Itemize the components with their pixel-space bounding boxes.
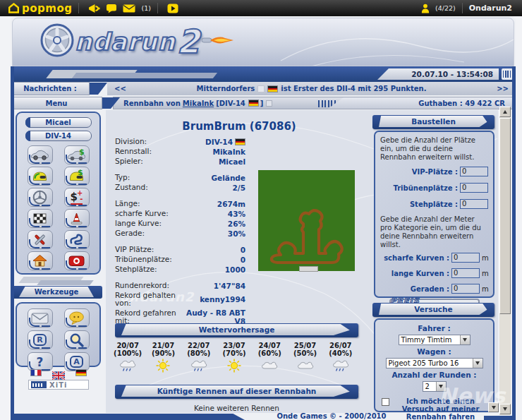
play-button-icon[interactable]: [167, 4, 178, 13]
weather-title: Wettervorhersage: [199, 325, 275, 334]
dropdown-arrow-icon[interactable]: [460, 335, 470, 344]
detail-row: Länge:2674m: [115, 199, 245, 208]
weather-day: 26/07 (40%): [323, 342, 358, 374]
mail-icon[interactable]: [123, 4, 135, 13]
menu-tab[interactable]: Menu: [11, 97, 102, 109]
fahrer-select[interactable]: Timmy Timtim: [399, 335, 471, 345]
reglement-button[interactable]: R: [28, 330, 53, 349]
field-row: Geraden :0m: [380, 284, 488, 294]
footer-bar: [11, 414, 245, 420]
workshop-button[interactable]: [28, 230, 53, 249]
buy-car-button[interactable]: $: [64, 145, 90, 164]
photos-button[interactable]: [64, 251, 90, 270]
site-header: ndarun 2: [12, 18, 514, 66]
sun-icon: [217, 359, 252, 374]
search-button[interactable]: [64, 330, 90, 349]
logo-two: 2: [177, 23, 200, 61]
popmog-home-icon[interactable]: [8, 3, 19, 13]
no-races-message: Keine weiteren Rennen: [115, 404, 358, 412]
top-toolbar: popmog (1) (4/22) Ondarun2: [0, 0, 522, 16]
profile-button[interactable]: Micael: [25, 117, 92, 128]
wagen-select[interactable]: Pigeot 205 Turbo 16: [386, 358, 483, 368]
future-races-header: Künftige Rennen auf dieser Rennbahn: [115, 385, 358, 399]
detail-value: DIV-14: [205, 138, 233, 146]
ticks-decoration: [502, 68, 513, 80]
weather-day: 20/07 (100%): [110, 342, 145, 374]
page-title: BrumBrum (67086): [115, 120, 363, 133]
tools-icon: [32, 232, 47, 247]
setup-button[interactable]: [28, 188, 53, 207]
ticker-prev-button[interactable]: <<: [107, 85, 133, 92]
about-button[interactable]: A: [64, 352, 90, 371]
track-info-icon[interactable]: [266, 100, 272, 107]
cloud-icon: [252, 359, 287, 374]
help-icon: ?: [37, 355, 44, 369]
app-name[interactable]: Ondarun2: [469, 4, 512, 13]
menu-tab-label: Menu: [46, 100, 68, 107]
xiti-badge[interactable]: XiTi: [28, 380, 89, 390]
detail-row: lange Kurve:26%: [115, 219, 245, 228]
buy-car-icon: $: [67, 148, 86, 162]
rain-icon: [110, 359, 145, 374]
mail-tool-button[interactable]: [28, 308, 53, 328]
steering-wheel-icon: [32, 190, 47, 205]
detail-row: Rundenrekord:1'47"84: [115, 281, 245, 290]
weather-day: 25/07 (50%): [287, 342, 322, 374]
werkzeuge-header: Werkzeuge: [11, 286, 102, 299]
xiti-chart-icon: [31, 381, 47, 388]
exhaust-flame-icon: [202, 33, 234, 50]
popmog-logo[interactable]: popmog: [22, 2, 72, 15]
baustellen-panel: Gebe die Anzahl der Plätze ein, um die d…: [374, 131, 494, 298]
baustellen-intro-2: Gebe die Anzahl der Meter pro Kategorie …: [380, 215, 488, 249]
driver-button[interactable]: [28, 167, 53, 186]
scrollbar[interactable]: [499, 107, 511, 415]
fahrer-label: Fahrer :: [380, 324, 488, 332]
news-tab: Nachrichten :: [11, 82, 90, 95]
versuch-checkbox[interactable]: [382, 398, 389, 406]
scroll-up-button[interactable]: [499, 107, 511, 117]
help-button[interactable]: ?: [28, 352, 53, 371]
tribuenenplaetze-input[interactable]: 0: [460, 183, 488, 193]
dropdown-arrow-icon[interactable]: [473, 359, 482, 368]
detail-row: Division:DIV-14: [115, 137, 245, 146]
buy-driver-button[interactable]: $: [64, 167, 90, 186]
home-button[interactable]: [28, 251, 53, 270]
german-flag-icon[interactable]: [75, 369, 87, 376]
traffic-cone-icon: [70, 212, 83, 225]
division-button[interactable]: DIV-14: [25, 131, 92, 141]
werkzeuge-title: Werkzeuge: [35, 288, 79, 296]
footer-copyright: Onde Games © - 2000/2010: [247, 412, 416, 420]
player-link[interactable]: MikaInk: [183, 100, 214, 107]
datetime-display: 20.07.10 - 13:54:08: [377, 68, 499, 80]
race-button[interactable]: [28, 209, 53, 228]
logo-wheel-icon: [40, 23, 75, 61]
ondarun2-logo[interactable]: ndarun 2: [40, 23, 234, 61]
home-icon: [32, 254, 47, 268]
megaphone-icon[interactable]: [88, 4, 100, 13]
car-icon: [30, 149, 49, 161]
baustellen-title: Baustellen: [411, 117, 456, 126]
chat-tool-button[interactable]: [64, 308, 90, 328]
logo-text: ndarun: [75, 28, 176, 56]
geraden-input[interactable]: 0: [451, 284, 480, 294]
division-bracket: [DIV-14: [216, 100, 245, 107]
band-decoration: [72, 73, 217, 78]
scharfe-kurven-input[interactable]: 0: [451, 253, 480, 263]
race-track-button[interactable]: [64, 230, 90, 249]
stehplaetze-input[interactable]: 0: [460, 199, 488, 209]
flag-placeholder-icon: [257, 85, 265, 92]
lange-kurven-input[interactable]: 0: [451, 268, 480, 278]
scrollbar-thumb[interactable]: [499, 118, 511, 314]
chat-bubble-icon[interactable]: [106, 4, 117, 13]
finances-button[interactable]: $ + -: [64, 188, 90, 207]
training-button[interactable]: [64, 209, 90, 228]
vip-plaetze-input[interactable]: 0: [460, 167, 488, 176]
weather-day: 24/07 (60%): [252, 342, 287, 374]
versuche-header: Versuche: [372, 303, 494, 317]
chat-bubble-icon: [68, 311, 85, 325]
svg-text:$: $: [79, 148, 85, 157]
field-row: Stehplätze :0: [380, 199, 488, 209]
detail-row: Rekord gehalten von:kenny1994: [115, 291, 245, 308]
french-flag-icon[interactable]: [30, 369, 42, 376]
car-button[interactable]: [28, 145, 53, 164]
